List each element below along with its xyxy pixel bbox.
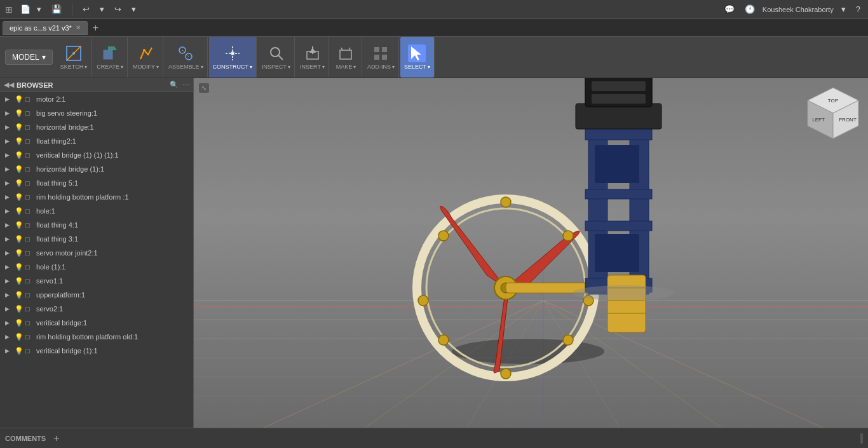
visibility-icon[interactable]: 💡 bbox=[15, 277, 24, 285]
visibility-icon[interactable]: 💡 bbox=[15, 193, 24, 201]
visibility-icon[interactable]: 💡 bbox=[15, 263, 24, 271]
visibility-icon[interactable]: 💡 bbox=[15, 221, 24, 229]
check-icon[interactable]: □ bbox=[25, 95, 34, 103]
open-file-button[interactable]: ▾ bbox=[34, 3, 44, 15]
browser-item[interactable]: ▶ 💡 □ big servo steering:1 bbox=[0, 106, 193, 120]
check-icon[interactable]: □ bbox=[25, 263, 34, 271]
save-button[interactable]: 💾 bbox=[49, 3, 64, 15]
visibility-icon[interactable]: 💡 bbox=[15, 235, 24, 243]
svg-point-12 bbox=[271, 48, 280, 57]
tab-close-icon[interactable]: ✕ bbox=[76, 24, 81, 31]
svg-point-46 bbox=[501, 197, 511, 207]
file-menu[interactable]: 📄 ▾ bbox=[18, 3, 44, 15]
check-icon[interactable]: □ bbox=[25, 235, 34, 243]
visibility-icon[interactable]: 💡 bbox=[15, 137, 24, 146]
help-button[interactable]: ? bbox=[853, 3, 863, 15]
browser-item[interactable]: ▶ 💡 □ float thing2:1 bbox=[0, 134, 193, 148]
inspect-group[interactable]: INSPECT ▾ bbox=[258, 37, 295, 78]
visibility-icon[interactable]: 💡 bbox=[15, 207, 24, 215]
modify-icon bbox=[137, 44, 155, 62]
visibility-icon[interactable]: 💡 bbox=[15, 249, 24, 257]
check-icon[interactable]: □ bbox=[25, 193, 34, 201]
check-icon[interactable]: □ bbox=[25, 179, 34, 187]
visibility-icon[interactable]: 💡 bbox=[15, 95, 24, 104]
browser-item[interactable]: ▶ 💡 □ float thing 5:1 bbox=[0, 176, 193, 190]
browser-item[interactable]: ▶ 💡 □ float thing 4:1 bbox=[0, 218, 193, 232]
modify-group[interactable]: MODIFY ▾ bbox=[129, 37, 163, 78]
undo-button[interactable]: ↩ bbox=[80, 3, 92, 15]
check-icon[interactable]: □ bbox=[25, 277, 34, 285]
check-icon[interactable]: □ bbox=[25, 319, 34, 327]
browser-item[interactable]: ▶ 💡 □ motor 2:1 bbox=[0, 92, 193, 106]
browser-item[interactable]: ▶ 💡 □ servo2:1 bbox=[0, 302, 193, 316]
browser-item[interactable]: ▶ 💡 □ servo motor joint2:1 bbox=[0, 246, 193, 260]
browser-item[interactable]: ▶ 💡 □ rim holding bottom platform old:1 bbox=[0, 330, 193, 344]
browser-item[interactable]: ▶ 💡 □ hole (1):1 bbox=[0, 260, 193, 274]
viewport[interactable]: TOP LEFT FRONT ⤡ bbox=[194, 78, 868, 428]
model-menu-button[interactable]: MODEL ▾ bbox=[5, 50, 53, 65]
add-comment-button[interactable]: + bbox=[53, 433, 59, 444]
svg-point-47 bbox=[563, 231, 573, 241]
user-dropdown[interactable]: ▾ bbox=[839, 3, 848, 15]
check-icon[interactable]: □ bbox=[25, 305, 34, 313]
insert-group[interactable]: INSERT ▾ bbox=[296, 37, 329, 78]
expand-icon: ▶ bbox=[5, 96, 13, 102]
browser-item[interactable]: ▶ 💡 □ float thing 3:1 bbox=[0, 232, 193, 246]
expand-button[interactable]: ⤡ bbox=[199, 83, 209, 93]
visibility-icon[interactable]: 💡 bbox=[15, 109, 24, 118]
sketch-group[interactable]: SKETCH ▾ bbox=[57, 37, 92, 78]
active-tab[interactable]: epic as c...s v21 v3* ✕ bbox=[3, 21, 88, 35]
browser-item[interactable]: ▶ 💡 □ hole:1 bbox=[0, 204, 193, 218]
assemble-group[interactable]: ASSEMBLE ▾ bbox=[165, 37, 208, 78]
toolbar: MODEL ▾ SKETCH ▾ CREATE ▾ bbox=[0, 37, 868, 78]
visibility-icon[interactable]: 💡 bbox=[15, 291, 24, 299]
addins-group[interactable]: ADD-INS ▾ bbox=[363, 37, 399, 78]
visibility-icon[interactable]: 💡 bbox=[15, 333, 24, 341]
check-icon[interactable]: □ bbox=[25, 249, 34, 257]
check-icon[interactable]: □ bbox=[25, 347, 34, 355]
browser-item[interactable]: ▶ 💡 □ rim holding bottom platform :1 bbox=[0, 190, 193, 204]
browser-item[interactable]: ▶ 💡 □ horizontal bridge (1):1 bbox=[0, 162, 193, 176]
browser-options-icon[interactable]: ⋯ bbox=[182, 81, 189, 89]
check-icon[interactable]: □ bbox=[25, 207, 34, 215]
make-group[interactable]: MAKE ▾ bbox=[330, 37, 362, 78]
check-icon[interactable]: □ bbox=[25, 123, 34, 131]
view-cube[interactable]: TOP LEFT FRONT bbox=[804, 85, 862, 142]
new-file-button[interactable]: 📄 bbox=[18, 3, 33, 15]
browser-item[interactable]: ▶ 💡 □ veritical bridge (1) (1) (1):1 bbox=[0, 148, 193, 162]
browser-search-icon[interactable]: 🔍 bbox=[170, 81, 179, 89]
history-button[interactable]: 🕐 bbox=[742, 3, 757, 15]
browser-item[interactable]: ▶ 💡 □ horizontal bridge:1 bbox=[0, 120, 193, 134]
visibility-icon[interactable]: 💡 bbox=[15, 165, 24, 173]
select-group[interactable]: SELECT ▾ bbox=[400, 37, 435, 78]
add-tab-button[interactable]: + bbox=[89, 22, 102, 34]
create-icons bbox=[101, 44, 119, 62]
undo-dropdown[interactable]: ▾ bbox=[97, 3, 107, 15]
notifications-button[interactable]: 💬 bbox=[722, 3, 737, 15]
construct-group[interactable]: CONSTRUCT ▾ bbox=[209, 37, 257, 78]
check-icon[interactable]: □ bbox=[25, 165, 34, 173]
visibility-icon[interactable]: 💡 bbox=[15, 179, 24, 187]
redo-dropdown[interactable]: ▾ bbox=[129, 3, 139, 15]
redo-button[interactable]: ↪ bbox=[112, 3, 124, 15]
item-label: veritical bridge:1 bbox=[36, 319, 87, 327]
visibility-icon[interactable]: 💡 bbox=[15, 305, 24, 313]
visibility-icon[interactable]: 💡 bbox=[15, 123, 24, 132]
check-icon[interactable]: □ bbox=[25, 137, 34, 145]
visibility-icon[interactable]: 💡 bbox=[15, 151, 24, 160]
check-icon[interactable]: □ bbox=[25, 151, 34, 159]
visibility-icon[interactable]: 💡 bbox=[15, 347, 24, 355]
browser-item[interactable]: ▶ 💡 □ veritical bridge:1 bbox=[0, 316, 193, 330]
svg-rect-61 bbox=[595, 234, 639, 272]
collapse-browser-icon[interactable]: ◀◀ bbox=[4, 81, 14, 89]
check-icon[interactable]: □ bbox=[25, 333, 34, 341]
panel-resize-handle[interactable] bbox=[860, 433, 863, 444]
visibility-icon[interactable]: 💡 bbox=[15, 319, 24, 327]
check-icon[interactable]: □ bbox=[25, 221, 34, 229]
browser-item[interactable]: ▶ 💡 □ veritical bridge (1):1 bbox=[0, 344, 193, 358]
check-icon[interactable]: □ bbox=[25, 109, 34, 117]
create-group[interactable]: CREATE ▾ bbox=[93, 37, 128, 78]
browser-item[interactable]: ▶ 💡 □ upperplatform:1 bbox=[0, 288, 193, 302]
check-icon[interactable]: □ bbox=[25, 291, 34, 299]
browser-item[interactable]: ▶ 💡 □ servo1:1 bbox=[0, 274, 193, 288]
